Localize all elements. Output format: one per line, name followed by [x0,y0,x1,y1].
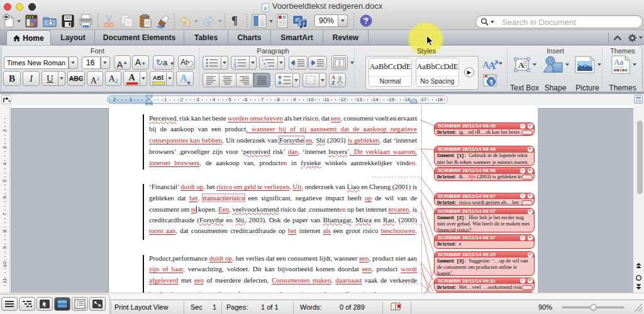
svg-text:Z: Z [331,80,335,86]
svg-text:Aa: Aa [614,57,623,67]
svg-text:¶: ¶ [489,79,492,85]
svg-text:3: 3 [234,65,236,68]
svg-text:?: ? [364,17,368,26]
svg-text:i: i [265,65,266,68]
